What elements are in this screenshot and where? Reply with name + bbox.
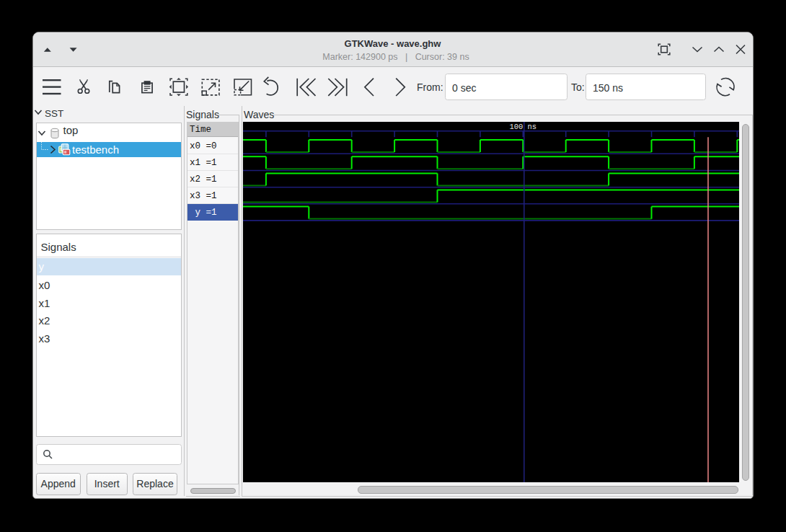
svg-text:100 ns: 100 ns xyxy=(509,123,536,131)
